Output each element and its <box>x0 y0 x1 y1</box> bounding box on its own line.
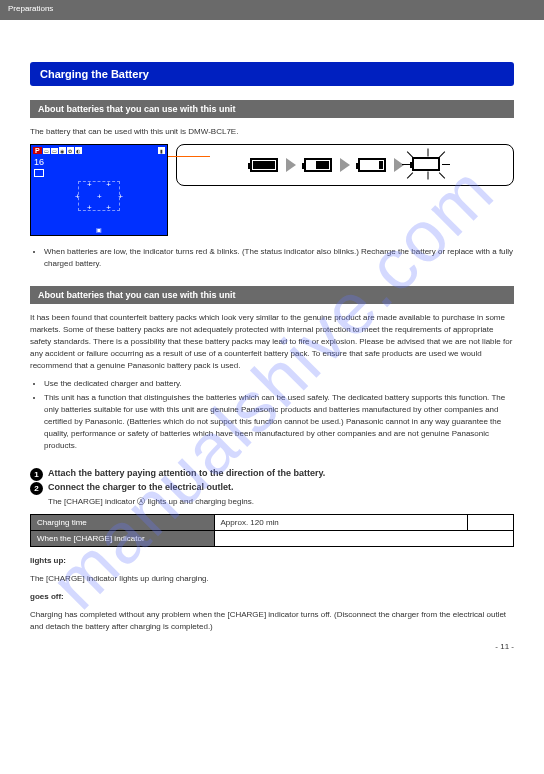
indicator-off-desc: Charging has completed without any probl… <box>30 609 514 633</box>
camera-icon <box>34 169 44 177</box>
counterfeit-warning: It has been found that counterfeit batte… <box>30 312 514 372</box>
focus-bracket: + + + + + + + <box>78 181 120 211</box>
mode-p-icon: P <box>33 147 42 154</box>
indicator-off: goes off: <box>30 591 514 603</box>
page-title: Charging the Battery <box>30 62 514 86</box>
lcd-small-icon: ◐ <box>75 147 82 154</box>
bullet-item: Use the dedicated charger and battery. <box>44 378 514 390</box>
lcd-small-icon: ✿ <box>67 147 74 154</box>
lcd-counter: 16 <box>34 157 44 167</box>
step-1: Attach the battery paying attention to t… <box>30 468 514 478</box>
step-2: Connect the charger to the electrical ou… <box>30 482 514 492</box>
indicator-lights: lights up: <box>30 555 514 567</box>
battery-icon: ▮ <box>158 147 165 154</box>
lcd-chip: ▭ <box>51 148 58 154</box>
lcd-battery-row: P ▭ ▭ ◉ ✿ ◐ ▮ 16 + + + + + + + ▣ <box>30 144 514 236</box>
charging-table: Charging timeApprox. 120 min When the [C… <box>30 514 514 547</box>
section-1-bullets: When batteries are low, the indicator tu… <box>44 246 514 270</box>
page-number: - 11 - <box>495 642 514 651</box>
table-key: When the [CHARGE] indicator <box>31 531 215 547</box>
section-2-bullets: Use the dedicated charger and battery. T… <box>44 378 514 452</box>
lcd-chip: ▭ <box>43 148 50 154</box>
battery-one-icon <box>358 158 386 172</box>
callout-line <box>168 156 210 157</box>
table-val: Approx. 120 min <box>214 515 467 531</box>
bullet-item: When batteries are low, the indicator tu… <box>44 246 514 270</box>
table-val <box>214 531 513 547</box>
battery-full-icon <box>250 158 278 172</box>
section-heading-1: About batteries that you can use with th… <box>30 100 514 118</box>
arrow-icon <box>286 158 296 172</box>
arrow-icon <box>394 158 404 172</box>
table-extra <box>467 515 513 531</box>
table-key: Charging time <box>31 515 215 531</box>
step-2-sub: The [CHARGE] indicator Ⓐ lights up and c… <box>48 496 514 508</box>
section-heading-2: About batteries that you can use with th… <box>30 286 514 304</box>
lcd-small-icon: ◉ <box>59 147 66 154</box>
battery-states-box <box>176 144 514 186</box>
page-header: Preparations <box>0 0 544 20</box>
arrow-icon <box>340 158 350 172</box>
lcd-bottom-icon: ▣ <box>31 226 167 233</box>
bullet-item: This unit has a function that distinguis… <box>44 392 514 452</box>
lcd-preview: P ▭ ▭ ◉ ✿ ◐ ▮ 16 + + + + + + + ▣ <box>30 144 168 236</box>
battery-two-icon <box>304 158 332 172</box>
indicator-lights-desc: The [CHARGE] indicator lights up during … <box>30 573 514 585</box>
battery-empty-blink-icon <box>412 157 440 173</box>
section-1-intro: The battery that can be used with this u… <box>30 126 514 138</box>
